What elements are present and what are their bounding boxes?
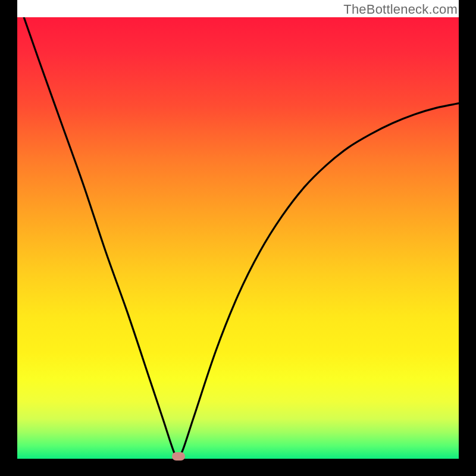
min-marker bbox=[172, 452, 185, 461]
curve-layer bbox=[17, 17, 459, 459]
chart-frame: TheBottleneck.com bbox=[0, 0, 476, 476]
watermark-label: TheBottleneck.com bbox=[343, 2, 458, 17]
bottleneck-curve bbox=[24, 17, 459, 457]
